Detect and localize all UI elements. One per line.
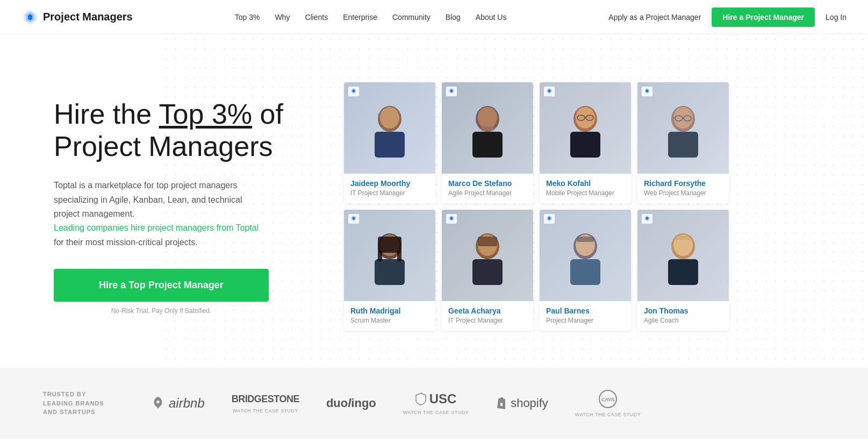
airbnb-icon (150, 396, 166, 411)
usc-sub: WATCH THE CASE STUDY (403, 410, 469, 415)
nav-about[interactable]: About Us (476, 13, 507, 22)
trusted-logo-airbnb: airbnb (150, 396, 205, 411)
svg-rect-33 (375, 259, 405, 285)
pm-card-2: Meko Kofahl Mobile Project Manager (540, 82, 631, 203)
nav-why[interactable]: Why (275, 13, 290, 22)
hero-title: Hire the Top 3% of Project Managers (54, 98, 322, 163)
nav-enterprise[interactable]: Enterprise (343, 13, 377, 22)
pm-role-4: Scrum Master (350, 317, 429, 324)
nav-top3[interactable]: Top 3% (235, 13, 260, 22)
badge-icon-6 (546, 215, 553, 222)
pm-badge-4 (348, 214, 359, 224)
badge-icon-0 (350, 88, 357, 94)
pm-name-2: Meko Kofahl (546, 179, 625, 188)
logo-text: Project Managers (43, 11, 133, 23)
svg-rect-35 (378, 237, 401, 253)
pm-name-3: Richard Forsythe (644, 179, 722, 188)
pm-card-5: Geeta Acharya IT Project Manager (442, 210, 533, 331)
trusted-logo-bridgestone: BRIDGESTONE WATCH THE CASE STUDY (232, 394, 299, 414)
nav-links: Top 3% Why Clients Enterprise Community … (235, 13, 507, 22)
svg-rect-47 (570, 259, 600, 285)
pm-info-3: Richard Forsythe Web Project Manager (637, 174, 729, 203)
pm-card-7: Jon Thomas Agile Coach (637, 210, 729, 331)
pm-name-1: Marco De Stefano (448, 179, 527, 188)
logo-icon (21, 9, 39, 26)
svg-rect-43 (478, 237, 497, 246)
duolingo-text: duolingo (326, 396, 376, 410)
hero-section: Hire the Top 3% of Project Managers Topt… (0, 34, 868, 368)
svg-rect-59 (500, 403, 503, 406)
badge-icon-1 (448, 88, 455, 94)
svg-rect-37 (397, 251, 401, 261)
svg-line-29 (673, 118, 675, 118)
pm-avatar-7 (662, 226, 705, 285)
usc-shield-icon (415, 393, 426, 405)
trusted-label: TRUSTED BY LEADING BRANDS AND STARTUPS (43, 390, 118, 417)
svg-rect-4 (375, 132, 405, 158)
pm-role-3: Web Project Manager (644, 189, 722, 197)
svg-rect-36 (378, 251, 382, 261)
pm-info-7: Jon Thomas Agile Coach (637, 301, 729, 331)
shopify-text: shopify (511, 396, 548, 410)
nav-hire-button[interactable]: Hire a Project Manager (712, 8, 815, 27)
cavaliers-sub: WATCH THE CASE STUDY (575, 412, 641, 417)
airbnb-logo-display: airbnb (150, 396, 205, 411)
svg-rect-24 (668, 132, 698, 158)
pm-name-0: Jaideep Moorthy (350, 179, 429, 188)
bridgestone-text: BRIDGESTONE (232, 394, 299, 405)
logo-link[interactable]: Project Managers (21, 9, 133, 26)
trusted-section: TRUSTED BY LEADING BRANDS AND STARTUPS a… (0, 368, 868, 439)
pm-name-5: Geeta Acharya (448, 306, 527, 315)
pm-card-4: Ruth Madrigal Scrum Master (344, 210, 435, 331)
badge-icon-5 (448, 215, 455, 222)
pm-grid: Jaideep Moorthy IT Project Manager Marco… (322, 82, 847, 331)
nav-community[interactable]: Community (392, 13, 431, 22)
pm-role-6: Project Manager (546, 317, 625, 324)
pm-name-7: Jon Thomas (644, 306, 722, 315)
badge-icon-2 (546, 88, 553, 94)
pm-card-0: Jaideep Moorthy IT Project Manager (344, 82, 435, 203)
trusted-logos: airbnb BRIDGESTONE WATCH THE CASE STUDY … (150, 389, 825, 417)
pm-badge-2 (544, 87, 555, 96)
navbar: Project Managers Top 3% Why Clients Ente… (0, 0, 868, 34)
hero-link[interactable]: Leading companies hire project managers … (54, 223, 259, 232)
pm-avatar-3 (662, 98, 705, 158)
svg-rect-53 (668, 259, 698, 285)
badge-icon-4 (350, 215, 357, 222)
badge-icon-7 (644, 215, 650, 222)
pm-card-1: Marco De Stefano Agile Project Manager (442, 82, 533, 203)
svg-rect-15 (570, 132, 600, 158)
svg-point-25 (673, 107, 693, 129)
hero-cta-subtitle: No-Risk Trial, Pay Only If Satisfied. (54, 307, 269, 315)
pm-badge-3 (642, 87, 652, 96)
pm-name-4: Ruth Madrigal (350, 306, 429, 315)
svg-point-58 (156, 401, 159, 403)
trusted-logo-cavaliers: CAVS WATCH THE CASE STUDY (575, 389, 641, 417)
svg-point-10 (478, 107, 497, 129)
pm-card-3: Richard Forsythe Web Project Manager (637, 82, 729, 203)
pm-badge-6 (544, 214, 555, 224)
trusted-logo-duolingo: duolingo (326, 396, 376, 410)
nav-login-link[interactable]: Log In (826, 13, 847, 22)
pm-info-1: Marco De Stefano Agile Project Manager (442, 174, 533, 203)
nav-apply-link[interactable]: Apply as a Project Manager (608, 13, 701, 22)
hero-title-line2: Project Managers (54, 131, 273, 162)
svg-rect-9 (472, 132, 503, 158)
trusted-logo-shopify: shopify (496, 396, 548, 410)
pm-info-0: Jaideep Moorthy IT Project Manager (344, 174, 435, 203)
nav-right: Apply as a Project Manager Hire a Projec… (608, 8, 847, 27)
pm-role-7: Agile Coach (644, 317, 722, 324)
svg-rect-41 (472, 259, 503, 285)
hero-cta-button[interactable]: Hire a Top Project Manager (54, 269, 269, 302)
pm-info-4: Ruth Madrigal Scrum Master (344, 301, 435, 331)
nav-blog[interactable]: Blog (446, 13, 461, 22)
hero-content: Hire the Top 3% of Project Managers Topt… (54, 98, 322, 315)
svg-rect-11 (481, 126, 494, 131)
pm-badge-7 (642, 214, 652, 224)
pm-role-2: Mobile Project Manager (546, 189, 625, 197)
pm-name-6: Paul Barnes (546, 306, 625, 315)
nav-clients[interactable]: Clients (305, 13, 328, 22)
pm-badge-1 (446, 87, 457, 96)
pm-role-1: Agile Project Manager (448, 189, 527, 197)
pm-card-6: Paul Barnes Project Manager (540, 210, 631, 331)
